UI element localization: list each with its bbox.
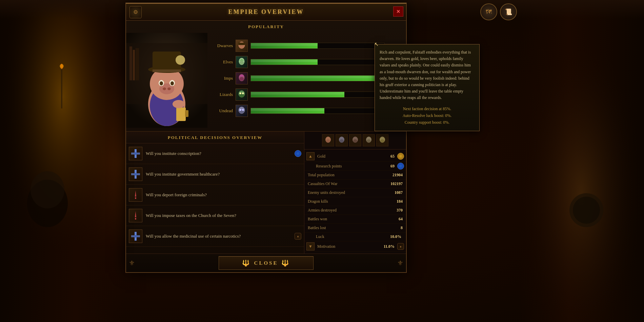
stats-portrait-5[interactable]: [376, 134, 388, 146]
stats-row-battles-lost: Battles lost 8: [304, 224, 406, 233]
decision-text-4: Will you impose taxes on the Church of t…: [146, 213, 236, 218]
svg-point-58: [326, 139, 330, 143]
stats-nav-up[interactable]: ▲: [306, 152, 315, 160]
svg-point-22: [160, 81, 163, 85]
stat-value-research: 69: [390, 164, 395, 169]
close-ornament-left: 🔱: [242, 259, 251, 267]
right-scene-svg: [519, 0, 644, 322]
stat-value-dragon: 184: [397, 199, 403, 204]
decision-icon-1: [129, 147, 142, 160]
stats-row-casualties: Casualties Of War 102197: [304, 180, 406, 188]
ornament-left: ⚜: [129, 259, 135, 267]
faction-label-undead: Undead: [211, 108, 233, 114]
popularity-content: Dwarves 50% Elves: [126, 33, 406, 128]
svg-point-60: [340, 139, 344, 143]
svg-point-45: [242, 109, 244, 111]
stat-name-casualties: Casualties Of War: [308, 181, 337, 186]
map-icon[interactable]: 🗺: [480, 3, 497, 20]
tooltip-auto-resolve: Auto-Resolve luck boost: 0%.: [380, 112, 475, 119]
faction-label-lizards: Lizards: [211, 92, 233, 97]
stats-gold-row: ▲ Gold 65: [304, 151, 406, 162]
stat-name-gold: Gold: [317, 154, 325, 159]
stats-row-research: Research points 69: [313, 163, 397, 169]
svg-point-37: [239, 77, 244, 81]
tooltip-stats: Next faction decision at 85%. Auto-Resol…: [380, 105, 475, 126]
tooltip-country-support: Country support boost: 0%.: [380, 119, 475, 126]
faction-bar-fill-elves: [251, 59, 318, 65]
stat-value-battles-won: 64: [399, 217, 403, 222]
stats-portrait-4[interactable]: [363, 134, 375, 146]
decision-item-1[interactable]: Will you institute conscription?: [126, 143, 304, 164]
decision-text-3: Will you deport foreign criminals?: [146, 192, 207, 198]
stat-name-research: Research points: [316, 164, 342, 169]
decision-item-3[interactable]: Will you deport foreign criminals?: [126, 185, 304, 205]
svg-rect-33: [239, 43, 245, 45]
gold-indicator: [397, 153, 404, 160]
svg-rect-6: [519, 0, 644, 322]
stat-name-armies: Armies destroyed: [308, 208, 337, 213]
svg-rect-26: [153, 69, 181, 72]
svg-point-27: [176, 55, 185, 65]
svg-point-23: [170, 81, 174, 85]
faction-portrait-dwarves: [236, 40, 248, 52]
decision-indicator-1: [295, 150, 301, 157]
svg-point-2: [31, 171, 64, 208]
stats-research-row: Research points 69: [304, 162, 406, 171]
stats-row-population: Total population 21904: [304, 171, 406, 180]
svg-point-62: [353, 139, 357, 143]
stats-portrait-1[interactable]: [322, 134, 334, 146]
stats-nav-down[interactable]: ▼: [306, 242, 315, 250]
stats-row-luck: Luck 10.0%: [313, 234, 404, 240]
scroll-icon[interactable]: 📜: [500, 3, 517, 20]
decision-icon-3: [129, 188, 142, 202]
decisions-header: POLITICAL DECISIONS OVERVIEW: [126, 132, 304, 143]
faction-portrait-undead: [236, 105, 248, 117]
tooltip-body: Rich and corpulent, Falstaff embodies ev…: [380, 49, 475, 101]
decision-item-4[interactable]: Will you impose taxes on the Church of t…: [126, 205, 304, 226]
svg-rect-29: [185, 110, 188, 117]
stats-portrait-2[interactable]: [336, 134, 348, 146]
stat-name-motivation: Motivation: [317, 244, 335, 249]
modal-footer: ⚜ 🔱 CLOSE 🔱 ⚜: [126, 254, 406, 272]
stat-name-enemy-destroyed: Enemy units destroyed: [308, 190, 345, 195]
svg-point-41: [242, 92, 244, 94]
faction-row-elves: Elves 50%: [211, 56, 403, 68]
faction-label-elves: Elves: [211, 59, 233, 65]
svg-rect-13: [136, 48, 139, 80]
decisions-stats-section: POLITICAL DECISIONS OVERVIEW Will you in…: [126, 131, 406, 254]
svg-point-40: [239, 92, 241, 94]
stat-value-enemy-destroyed: 1087: [395, 190, 403, 195]
stats-portrait-3[interactable]: [349, 134, 361, 146]
svg-point-66: [380, 139, 384, 143]
left-atmosphere: [0, 0, 125, 322]
faction-label-imps: Imps: [211, 76, 233, 81]
stats-row-gold: Gold 65: [315, 153, 397, 160]
svg-point-48: [134, 152, 137, 155]
svg-point-64: [367, 139, 371, 143]
decision-icon-5: [129, 229, 142, 243]
svg-point-18: [163, 87, 166, 90]
faction-portrait-imps: [236, 72, 248, 84]
top-right-icons: 🗺 📜: [480, 2, 517, 19]
stats-list: ▲ Gold 65 Research points 69: [304, 149, 406, 254]
svg-point-44: [239, 109, 241, 111]
decision-item-2[interactable]: Will you institute government healthcare…: [126, 164, 304, 185]
stats-row-enemy-destroyed: Enemy units destroyed 1087: [304, 188, 406, 197]
decision-item-5[interactable]: Will you allow the medicinal use of cert…: [126, 226, 304, 247]
motivation-indicator: ♦: [397, 243, 404, 250]
stats-row-motivation: Motivation 11.0%: [315, 243, 397, 250]
stats-panel: ▲ Gold 65 Research points 69: [304, 132, 406, 254]
modal-close-x-button[interactable]: ✕: [393, 6, 403, 17]
faction-bar-undead: [250, 108, 385, 114]
svg-rect-3: [61, 68, 62, 108]
svg-rect-53: [135, 218, 136, 220]
stat-value-motivation: 11.0%: [384, 244, 395, 249]
settings-icon[interactable]: ⚙: [129, 6, 142, 18]
svg-rect-12: [133, 50, 135, 80]
decisions-title: POLITICAL DECISIONS OVERVIEW: [168, 135, 263, 140]
stat-name-population: Total population: [308, 173, 335, 178]
svg-point-30: [173, 100, 185, 108]
faction-portrait-elves: [236, 56, 248, 68]
faction-portrait-lizards: [236, 88, 248, 101]
close-button[interactable]: 🔱 CLOSE 🔱: [219, 256, 314, 270]
